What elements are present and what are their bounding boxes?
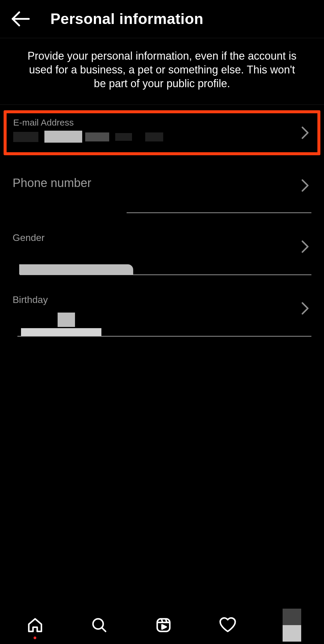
birthday-label: Birthday [13,294,311,305]
nav-home[interactable] [3,606,67,644]
phone-value [13,195,311,213]
phone-label: Phone number [13,176,311,190]
nav-search[interactable] [67,606,131,644]
gender-label: Gender [13,232,311,243]
nav-profile[interactable] [260,606,324,644]
chevron-right-icon [301,179,309,192]
email-value-redacted [13,129,311,143]
chevron-right-icon [301,302,309,315]
personal-information-screen: Personal information Provide your person… [0,0,324,644]
chevron-right-icon [301,240,309,253]
row-phone[interactable]: Phone number [4,155,320,215]
header-bar: Personal information [0,0,324,38]
home-icon [26,616,44,634]
notification-dot [34,637,36,639]
email-label: E-mail Address [13,117,311,128]
birthday-value-redacted [13,311,311,337]
search-icon [91,616,108,634]
nav-reels[interactable] [131,606,196,644]
gender-value-redacted [13,249,311,275]
row-email[interactable]: E-mail Address [4,110,320,155]
settings-list: E-mail Address Phone number [0,105,324,606]
reels-icon [155,616,172,634]
bottom-nav [0,606,324,644]
profile-thumbnail [283,609,301,642]
back-button[interactable] [8,7,32,31]
heart-icon [218,616,237,634]
page-description: Provide your personal information, even … [0,38,324,105]
nav-activity[interactable] [196,606,260,644]
page-title: Personal information [50,10,203,28]
chevron-right-icon [301,126,309,139]
row-birthday[interactable]: Birthday [4,277,320,339]
row-gender[interactable]: Gender [4,215,320,277]
svg-line-2 [102,628,106,631]
arrow-left-icon [11,11,30,27]
